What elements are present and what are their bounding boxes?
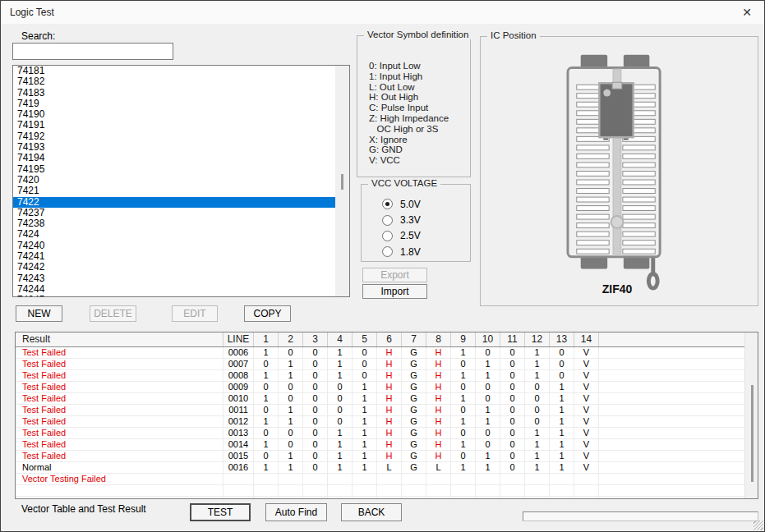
table-row[interactable]: Normal001611011LGL11011V	[16, 462, 744, 474]
list-item-74183[interactable]: 74183	[13, 88, 335, 99]
delete-button[interactable]: DELETE	[90, 305, 136, 322]
back-button[interactable]: BACK	[341, 503, 402, 521]
close-icon[interactable]: ✕	[733, 1, 761, 24]
vcc-radio-2.5V[interactable]: 2.5V	[362, 228, 470, 244]
auto-find-button[interactable]: Auto Find	[265, 503, 327, 521]
pin-value-cell	[303, 474, 328, 485]
list-item-74182[interactable]: 74182	[13, 76, 335, 87]
column-header-12[interactable]: 12	[525, 332, 550, 346]
device-listbox[interactable]: 7418174182741837419741907419174192741937…	[12, 65, 350, 297]
table-row[interactable]	[16, 485, 744, 497]
table-row[interactable]: Test Failed001101001HGH01001V	[16, 405, 744, 416]
test-button[interactable]: TEST	[190, 503, 251, 521]
copy-button[interactable]: COPY	[244, 305, 291, 322]
column-header-3[interactable]: 3	[303, 332, 328, 346]
column-header-2[interactable]: 2	[279, 332, 303, 346]
list-item-74194[interactable]: 74194	[13, 153, 335, 163]
pin-value-cell: H	[426, 439, 451, 451]
table-row[interactable]: Test Failed000701010HGH01010V	[16, 359, 744, 370]
table-row[interactable]: Test Failed001300011HGH00011V	[16, 428, 744, 439]
row-filler	[599, 497, 744, 499]
table-row[interactable]: Test Failed000610010HGH10010V	[16, 347, 744, 359]
list-item-74193[interactable]: 74193	[13, 142, 335, 153]
vector-table-scrollbar[interactable]	[744, 332, 758, 498]
radio-circle-icon[interactable]	[382, 246, 393, 257]
pin-value-cell: 1	[525, 439, 550, 451]
radio-circle-icon[interactable]	[382, 199, 393, 209]
column-header-13[interactable]: 13	[550, 332, 574, 346]
vector-table[interactable]: ResultLINE1234567891011121314 Test Faile…	[15, 332, 758, 499]
list-item-74240[interactable]: 74240	[13, 241, 335, 251]
list-item-74237[interactable]: 74237	[13, 208, 335, 218]
pin-value-cell	[254, 485, 279, 497]
resize-grip-icon[interactable]	[753, 521, 763, 530]
list-item-7422[interactable]: 7422	[13, 197, 335, 208]
list-item-74245[interactable]: 74245	[13, 295, 335, 297]
pin-value-cell: V	[574, 405, 599, 416]
pin-value-cell: 0	[279, 428, 303, 439]
search-input[interactable]	[12, 43, 173, 60]
list-item-74241[interactable]: 74241	[13, 251, 335, 262]
table-row[interactable]: Test Failed001010001HGH10001V	[16, 393, 744, 405]
pin-value-cell: 1	[254, 439, 279, 451]
column-header-line[interactable]: LINE	[224, 332, 254, 346]
column-header-6[interactable]: 6	[377, 332, 402, 346]
list-item-74195[interactable]: 74195	[13, 164, 335, 175]
list-item-74242[interactable]: 74242	[13, 262, 335, 273]
list-item-7421[interactable]: 7421	[13, 186, 335, 196]
pin-value-cell: 0	[279, 393, 303, 405]
column-header-11[interactable]: 11	[500, 332, 525, 346]
device-list-scroll-thumb[interactable]	[341, 174, 343, 190]
table-row[interactable]	[16, 497, 744, 499]
table-row[interactable]: Test Failed000811010HGH11010V	[16, 370, 744, 382]
pin-value-cell: 1	[476, 405, 500, 416]
vcc-radio-5.0V[interactable]: 5.0V	[362, 196, 470, 212]
list-item-7420[interactable]: 7420	[13, 175, 335, 186]
table-row[interactable]: Test Failed001410011HGH10011V	[16, 439, 744, 451]
footer-label: Vector Table and Test Result	[21, 503, 146, 515]
symbol-definition-line: H: Out High	[369, 92, 449, 103]
row-filler	[599, 462, 744, 474]
table-row[interactable]: Test Failed001211001HGH11001V	[16, 416, 744, 428]
search-label: Search:	[21, 30, 55, 42]
column-header-10[interactable]: 10	[476, 332, 500, 346]
import-button[interactable]: Import	[362, 284, 427, 299]
list-item-7424[interactable]: 7424	[13, 229, 335, 240]
vector-table-scroll-thumb[interactable]	[751, 385, 753, 482]
table-row[interactable]: Test Failed000900001HGH00001V	[16, 382, 744, 393]
export-button[interactable]: Export	[362, 268, 427, 282]
vcc-radio-1.8V[interactable]: 1.8V	[362, 244, 470, 259]
new-button[interactable]: NEW	[16, 305, 62, 322]
radio-circle-icon[interactable]	[382, 231, 393, 241]
pin-value-cell	[451, 485, 476, 497]
list-item-74243[interactable]: 74243	[13, 273, 335, 284]
radio-circle-icon[interactable]	[382, 215, 393, 226]
list-item-74181[interactable]: 74181	[13, 66, 335, 76]
row-filler	[599, 474, 744, 485]
pin-value-cell: H	[426, 428, 451, 439]
column-header-8[interactable]: 8	[426, 332, 451, 346]
table-row[interactable]: Test Failed001501011HGH01011V	[16, 451, 744, 462]
list-item-74192[interactable]: 74192	[13, 131, 335, 142]
column-header-result[interactable]: Result	[16, 332, 224, 346]
pin-value-cell: 0	[303, 428, 328, 439]
list-item-74190[interactable]: 74190	[13, 109, 335, 120]
column-header-5[interactable]: 5	[353, 332, 377, 346]
list-item-7419[interactable]: 7419	[13, 99, 335, 109]
pin-value-cell: G	[402, 359, 426, 370]
result-cell: Test Failed	[16, 370, 224, 382]
column-header-4[interactable]: 4	[328, 332, 353, 346]
list-item-74238[interactable]: 74238	[13, 218, 335, 229]
column-header-1[interactable]: 1	[254, 332, 279, 346]
list-item-74244[interactable]: 74244	[13, 284, 335, 295]
table-row[interactable]: Vector Testing Failed	[16, 474, 744, 485]
column-header-14[interactable]: 14	[574, 332, 599, 346]
device-list-scrollbar[interactable]	[335, 66, 349, 296]
column-header-7[interactable]: 7	[402, 332, 426, 346]
pin-value-cell: 0	[451, 382, 476, 393]
edit-button[interactable]: EDIT	[172, 305, 218, 322]
list-item-74191[interactable]: 74191	[13, 120, 335, 131]
pin-value-cell: 0	[500, 439, 525, 451]
vcc-radio-3.3V[interactable]: 3.3V	[362, 212, 470, 227]
column-header-9[interactable]: 9	[451, 332, 476, 346]
